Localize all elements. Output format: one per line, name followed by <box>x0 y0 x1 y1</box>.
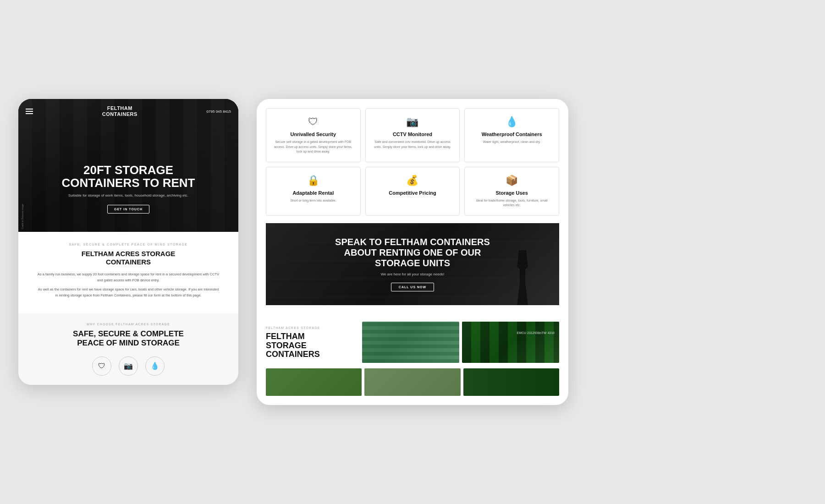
hero-subtitle: Suitable for storage of work items, tool… <box>32 193 225 197</box>
shield-icon: 🛡 <box>92 356 111 376</box>
nav-phone: 0795 045 8415 <box>207 110 231 114</box>
hero-nav: FELTHAM CONTAINERS 0795 045 8415 <box>18 99 238 124</box>
gallery-bottom-image-3 <box>463 368 559 396</box>
feature-desc-rental: Short or long term lets available. <box>272 198 355 203</box>
feature-title-cctv: CCTV Monitored <box>371 131 454 137</box>
gallery-bottom-image-2 <box>364 368 460 396</box>
gallery-title: FELTHAM STORAGE CONTAINERS <box>266 332 358 359</box>
lock-icon: 🔒 <box>272 175 355 186</box>
gallery-image-1 <box>362 322 459 363</box>
get-in-touch-button[interactable]: GET IN TOUCH <box>107 205 149 214</box>
hero-content: 20FT STORAGE CONTAINERS TO RENT Suitable… <box>18 164 238 214</box>
pricing-icon: 💰 <box>371 175 454 186</box>
feature-card-cctv: 📷 CCTV Monitored Safe and convenient cct… <box>365 108 460 162</box>
features-heading: SAFE, SECURE & COMPLETE PEACE OF MIND ST… <box>32 329 225 348</box>
about-body-1: As a family run business, we supply 20 f… <box>37 272 220 284</box>
droplet-icon: 💧 <box>470 116 553 128</box>
box-icon: 📦 <box>470 175 553 186</box>
features-icons-row: 🛡 📷 💧 <box>32 356 225 376</box>
logo: FELTHAM CONTAINERS <box>102 105 138 117</box>
shield-icon: 🛡 <box>272 116 355 128</box>
feature-card-uses: 📦 Storage Uses Ideal for trade/home stor… <box>464 167 559 216</box>
about-body-2: As well as the containers for rent we ha… <box>37 287 220 299</box>
droplet-icon: 💧 <box>145 356 165 376</box>
about-tag: SAFE, SECURE & COMPLETE PEACE OF MIND ST… <box>37 243 220 246</box>
gallery-bottom-row <box>266 368 559 396</box>
feature-desc-cctv: Safe and convenient cctv monitored. Driv… <box>371 140 454 149</box>
hero-title: 20FT STORAGE CONTAINERS TO RENT <box>32 164 225 190</box>
about-section: SAFE, SECURE & COMPLETE PEACE OF MIND ST… <box>18 232 238 313</box>
feature-icon-item-camera: 📷 <box>119 356 138 376</box>
gallery-image-2 <box>462 322 559 363</box>
feature-title-pricing: Competitive Pricing <box>371 190 454 196</box>
cta-banner: SPEAK TO FELTHAM CONTAINERS ABOUT RENTIN… <box>266 223 559 305</box>
left-tablet: FELTHAM CONTAINERS 0795 045 8415 20FT ST… <box>18 99 238 385</box>
feature-title-rental: Adaptable Rental <box>272 190 355 196</box>
feature-card-pricing: 💰 Competitive Pricing <box>365 167 460 216</box>
feature-desc-security: Secure self storage in a gated developme… <box>272 140 355 154</box>
features-preview-section: WHY CHOOSE FELTHAM ACRES STORAGE SAFE, S… <box>18 313 238 385</box>
feature-desc-uses: Ideal for trade/home storage, tools, fur… <box>470 198 553 208</box>
hamburger-icon[interactable] <box>26 109 33 114</box>
feature-title-security: Unrivalled Security <box>272 131 355 137</box>
camera-icon: 📷 <box>119 356 138 376</box>
gallery-wrapper: FELTHAM ACRES STORAGE FELTHAM STORAGE CO… <box>257 322 568 405</box>
feature-icon-item-shield: 🛡 <box>92 356 111 376</box>
tablets-container: FELTHAM CONTAINERS 0795 045 8415 20FT ST… <box>18 99 807 405</box>
cta-banner-title: SPEAK TO FELTHAM CONTAINERS ABOUT RENTIN… <box>335 237 490 268</box>
gallery-section: FELTHAM ACRES STORAGE FELTHAM STORAGE CO… <box>266 322 559 364</box>
feature-title-uses: Storage Uses <box>470 190 553 196</box>
call-us-now-button[interactable]: CALL US NOW <box>391 283 434 291</box>
about-title: FELTHAM ACRES STORAGE CONTAINERS <box>37 250 220 266</box>
feature-card-security: 🛡 Unrivalled Security Secure self storag… <box>266 108 361 162</box>
gallery-images <box>362 322 559 364</box>
right-inner: 🛡 Unrivalled Security Secure self storag… <box>257 99 568 322</box>
photo-credit: Credit to Discover image <box>21 204 24 229</box>
gallery-bottom-image-1 <box>266 368 362 396</box>
feature-title-weatherproof: Weatherproof Containers <box>470 131 553 137</box>
cta-banner-subtitle: We are here for all your storage needs! <box>381 272 445 276</box>
feature-desc-weatherproof: Water tight, weatherproof, clean and dry… <box>470 140 553 145</box>
gallery-tag: FELTHAM ACRES STORAGE <box>266 326 358 329</box>
hero-section: FELTHAM CONTAINERS 0795 045 8415 20FT ST… <box>18 99 238 232</box>
features-grid: 🛡 Unrivalled Security Secure self storag… <box>266 108 559 216</box>
features-tag: WHY CHOOSE FELTHAM ACRES STORAGE <box>32 323 225 326</box>
gallery-text: FELTHAM ACRES STORAGE FELTHAM STORAGE CO… <box>266 322 358 364</box>
feature-icon-item-droplet: 💧 <box>145 356 165 376</box>
brand-name: FELTHAM CONTAINERS <box>102 105 138 117</box>
camera-icon: 📷 <box>371 116 454 128</box>
feature-card-weatherproof: 💧 Weatherproof Containers Water tight, w… <box>464 108 559 162</box>
feature-card-rental: 🔒 Adaptable Rental Short or long term le… <box>266 167 361 216</box>
right-tablet: 🛡 Unrivalled Security Secure self storag… <box>257 99 568 405</box>
